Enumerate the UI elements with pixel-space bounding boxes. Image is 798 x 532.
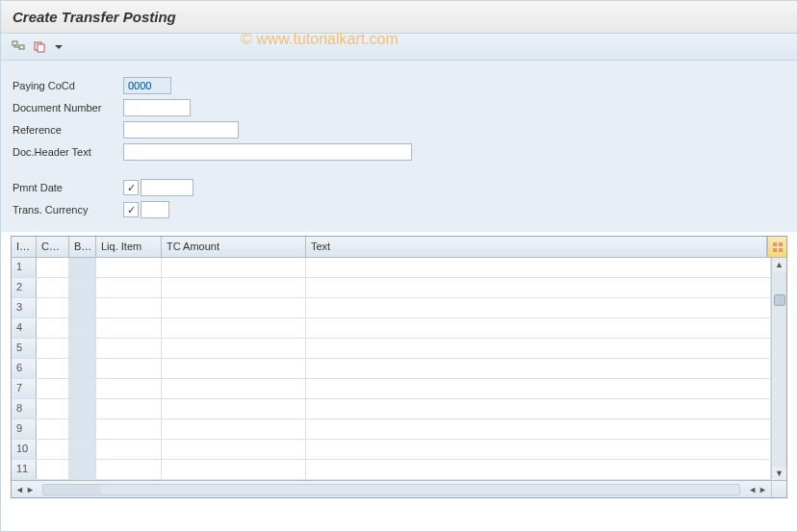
cell-bu[interactable]: [69, 278, 96, 297]
cell-cocd[interactable]: [37, 440, 69, 459]
table-row[interactable]: 3: [12, 298, 771, 318]
table-row[interactable]: 6: [12, 359, 771, 379]
row-number[interactable]: 2: [12, 278, 37, 297]
cell-liq[interactable]: [96, 278, 162, 297]
cell-bu[interactable]: [69, 379, 96, 398]
table-row[interactable]: 1: [12, 258, 771, 278]
cell-liq[interactable]: [96, 298, 162, 317]
cell-tc[interactable]: [162, 339, 306, 358]
cell-bu[interactable]: [69, 318, 96, 338]
cell-cocd[interactable]: [37, 379, 69, 398]
checkbox-trans-currency[interactable]: ✓: [123, 202, 139, 217]
col-header-tc[interactable]: TC Amount: [162, 237, 306, 257]
cell-cocd[interactable]: [37, 359, 69, 378]
cell-text[interactable]: [306, 379, 771, 398]
scroll-thumb-horizontal[interactable]: [43, 485, 101, 494]
scroll-left-end-icon[interactable]: ◄: [748, 485, 757, 494]
cell-tc[interactable]: [162, 318, 306, 338]
cell-text[interactable]: [306, 258, 771, 277]
row-number[interactable]: 6: [12, 359, 37, 378]
cell-text[interactable]: [306, 318, 771, 338]
row-number[interactable]: 8: [12, 399, 37, 418]
cell-text[interactable]: [306, 339, 771, 358]
row-number[interactable]: 4: [12, 318, 37, 338]
scroll-thumb-vertical[interactable]: [774, 294, 785, 306]
col-header-itm[interactable]: Itm: [12, 237, 37, 257]
cell-cocd[interactable]: [37, 278, 69, 297]
cell-text[interactable]: [306, 440, 771, 459]
scroll-right-end-icon[interactable]: ►: [759, 485, 767, 494]
cell-liq[interactable]: [96, 460, 162, 479]
row-number[interactable]: 3: [12, 298, 37, 317]
table-row[interactable]: 11: [12, 460, 771, 480]
cell-bu[interactable]: [69, 460, 96, 479]
input-paying-cocd[interactable]: [123, 77, 171, 94]
scroll-track-vertical[interactable]: [773, 271, 786, 467]
cell-tc[interactable]: [162, 399, 306, 418]
cell-tc[interactable]: [162, 379, 306, 398]
cell-text[interactable]: [306, 460, 771, 479]
cell-cocd[interactable]: [37, 318, 69, 338]
col-header-text[interactable]: Text: [306, 237, 767, 257]
table-row[interactable]: 5: [12, 339, 771, 359]
copy-icon[interactable]: [32, 39, 47, 55]
checkbox-pmnt-date[interactable]: ✓: [123, 180, 139, 195]
cell-cocd[interactable]: [37, 258, 69, 277]
cell-text[interactable]: [306, 399, 771, 418]
row-number[interactable]: 5: [12, 339, 37, 358]
cell-tc[interactable]: [162, 298, 306, 317]
cell-text[interactable]: [306, 419, 771, 439]
cell-liq[interactable]: [96, 258, 162, 277]
cell-bu[interactable]: [69, 359, 96, 378]
scroll-track-horizontal[interactable]: [42, 484, 740, 495]
cell-cocd[interactable]: [37, 419, 69, 439]
cell-liq[interactable]: [96, 440, 162, 459]
cell-tc[interactable]: [162, 278, 306, 297]
input-pmnt-date[interactable]: [141, 179, 193, 196]
cell-tc[interactable]: [162, 258, 306, 277]
cell-text[interactable]: [306, 278, 771, 297]
col-header-cocd[interactable]: CoCd: [37, 237, 69, 257]
row-number[interactable]: 11: [12, 460, 37, 479]
tree-icon[interactable]: [11, 39, 26, 55]
input-trans-currency[interactable]: [141, 201, 169, 218]
cell-liq[interactable]: [96, 399, 162, 418]
table-row[interactable]: 8: [12, 399, 771, 419]
cell-tc[interactable]: [162, 359, 306, 378]
cell-bu[interactable]: [69, 440, 96, 459]
cell-bu[interactable]: [69, 399, 96, 418]
cell-tc[interactable]: [162, 440, 306, 459]
cell-bu[interactable]: [69, 419, 96, 439]
table-row[interactable]: 10: [12, 440, 771, 460]
cell-cocd[interactable]: [37, 399, 69, 418]
table-row[interactable]: 7: [12, 379, 771, 399]
cell-bu[interactable]: [69, 298, 96, 317]
row-number[interactable]: 1: [12, 258, 37, 277]
cell-cocd[interactable]: [37, 460, 69, 479]
grid-config-button[interactable]: [767, 237, 786, 257]
scroll-down-icon[interactable]: ▼: [773, 467, 786, 480]
table-row[interactable]: 4: [12, 318, 771, 339]
table-row[interactable]: 2: [12, 278, 771, 298]
cell-liq[interactable]: [96, 379, 162, 398]
cell-liq[interactable]: [96, 318, 162, 338]
cell-text[interactable]: [306, 298, 771, 317]
cell-liq[interactable]: [96, 419, 162, 439]
scroll-right-icon[interactable]: ►: [26, 485, 35, 494]
input-reference[interactable]: [123, 121, 239, 139]
cell-liq[interactable]: [96, 359, 162, 378]
row-number[interactable]: 10: [12, 440, 37, 459]
input-document-number[interactable]: [123, 99, 191, 116]
cell-bu[interactable]: [69, 258, 96, 277]
scroll-left-icon[interactable]: ◄: [15, 485, 24, 494]
cell-bu[interactable]: [69, 339, 96, 358]
cell-cocd[interactable]: [37, 339, 69, 358]
scroll-up-icon[interactable]: ▲: [773, 258, 786, 271]
cell-liq[interactable]: [96, 339, 162, 358]
input-doc-header-text[interactable]: [123, 143, 412, 161]
cell-tc[interactable]: [162, 460, 306, 479]
dropdown-icon[interactable]: [53, 39, 64, 55]
row-number[interactable]: 7: [12, 379, 37, 398]
table-row[interactable]: 9: [12, 419, 771, 440]
row-number[interactable]: 9: [12, 419, 37, 439]
